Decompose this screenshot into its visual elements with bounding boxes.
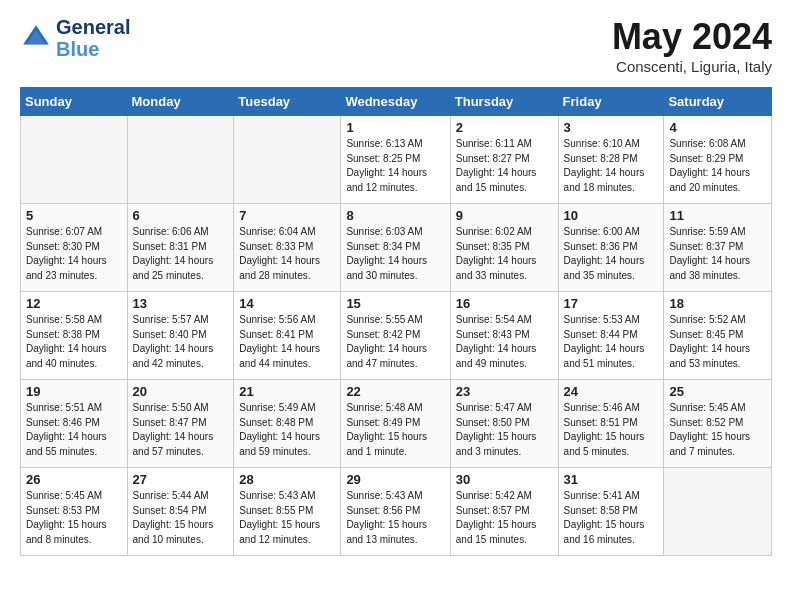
day-info: Sunrise: 5:48 AM Sunset: 8:49 PM Dayligh… [346,401,444,459]
logo-blue: Blue [56,38,130,60]
day-info: Sunrise: 5:50 AM Sunset: 8:47 PM Dayligh… [133,401,229,459]
day-number: 28 [239,472,335,487]
logo: General Blue [20,16,130,60]
day-info: Sunrise: 5:46 AM Sunset: 8:51 PM Dayligh… [564,401,659,459]
day-number: 29 [346,472,444,487]
day-number: 11 [669,208,766,223]
day-info: Sunrise: 5:44 AM Sunset: 8:54 PM Dayligh… [133,489,229,547]
day-info: Sunrise: 5:59 AM Sunset: 8:37 PM Dayligh… [669,225,766,283]
calendar-cell: 16Sunrise: 5:54 AM Sunset: 8:43 PM Dayli… [450,292,558,380]
week-row-2: 5Sunrise: 6:07 AM Sunset: 8:30 PM Daylig… [21,204,772,292]
day-number: 10 [564,208,659,223]
logo-icon [20,22,52,54]
weekday-header-friday: Friday [558,88,664,116]
day-info: Sunrise: 6:03 AM Sunset: 8:34 PM Dayligh… [346,225,444,283]
day-number: 22 [346,384,444,399]
day-info: Sunrise: 6:10 AM Sunset: 8:28 PM Dayligh… [564,137,659,195]
calendar-cell: 19Sunrise: 5:51 AM Sunset: 8:46 PM Dayli… [21,380,128,468]
calendar-cell: 22Sunrise: 5:48 AM Sunset: 8:49 PM Dayli… [341,380,450,468]
calendar-cell: 26Sunrise: 5:45 AM Sunset: 8:53 PM Dayli… [21,468,128,556]
day-info: Sunrise: 6:02 AM Sunset: 8:35 PM Dayligh… [456,225,553,283]
day-number: 15 [346,296,444,311]
day-info: Sunrise: 5:52 AM Sunset: 8:45 PM Dayligh… [669,313,766,371]
day-number: 7 [239,208,335,223]
day-number: 4 [669,120,766,135]
day-number: 5 [26,208,122,223]
day-number: 3 [564,120,659,135]
weekday-header-saturday: Saturday [664,88,772,116]
calendar-cell: 28Sunrise: 5:43 AM Sunset: 8:55 PM Dayli… [234,468,341,556]
calendar-cell: 7Sunrise: 6:04 AM Sunset: 8:33 PM Daylig… [234,204,341,292]
weekday-header-sunday: Sunday [21,88,128,116]
calendar-cell: 25Sunrise: 5:45 AM Sunset: 8:52 PM Dayli… [664,380,772,468]
header: General Blue May 2024 Conscenti, Liguria… [20,16,772,75]
calendar-cell: 10Sunrise: 6:00 AM Sunset: 8:36 PM Dayli… [558,204,664,292]
day-number: 24 [564,384,659,399]
calendar-cell: 8Sunrise: 6:03 AM Sunset: 8:34 PM Daylig… [341,204,450,292]
calendar-cell: 5Sunrise: 6:07 AM Sunset: 8:30 PM Daylig… [21,204,128,292]
week-row-4: 19Sunrise: 5:51 AM Sunset: 8:46 PM Dayli… [21,380,772,468]
day-info: Sunrise: 6:08 AM Sunset: 8:29 PM Dayligh… [669,137,766,195]
day-number: 25 [669,384,766,399]
day-info: Sunrise: 5:47 AM Sunset: 8:50 PM Dayligh… [456,401,553,459]
day-info: Sunrise: 6:00 AM Sunset: 8:36 PM Dayligh… [564,225,659,283]
weekday-header-wednesday: Wednesday [341,88,450,116]
day-info: Sunrise: 5:45 AM Sunset: 8:53 PM Dayligh… [26,489,122,547]
day-number: 1 [346,120,444,135]
day-info: Sunrise: 6:04 AM Sunset: 8:33 PM Dayligh… [239,225,335,283]
day-number: 20 [133,384,229,399]
day-info: Sunrise: 5:55 AM Sunset: 8:42 PM Dayligh… [346,313,444,371]
day-number: 30 [456,472,553,487]
calendar-cell: 12Sunrise: 5:58 AM Sunset: 8:38 PM Dayli… [21,292,128,380]
calendar-cell [127,116,234,204]
calendar-cell: 23Sunrise: 5:47 AM Sunset: 8:50 PM Dayli… [450,380,558,468]
calendar-cell [21,116,128,204]
weekday-header-tuesday: Tuesday [234,88,341,116]
calendar-cell: 30Sunrise: 5:42 AM Sunset: 8:57 PM Dayli… [450,468,558,556]
calendar-cell: 20Sunrise: 5:50 AM Sunset: 8:47 PM Dayli… [127,380,234,468]
day-info: Sunrise: 6:13 AM Sunset: 8:25 PM Dayligh… [346,137,444,195]
calendar-cell: 24Sunrise: 5:46 AM Sunset: 8:51 PM Dayli… [558,380,664,468]
week-row-5: 26Sunrise: 5:45 AM Sunset: 8:53 PM Dayli… [21,468,772,556]
day-number: 27 [133,472,229,487]
calendar-cell: 29Sunrise: 5:43 AM Sunset: 8:56 PM Dayli… [341,468,450,556]
calendar-cell [234,116,341,204]
day-info: Sunrise: 5:58 AM Sunset: 8:38 PM Dayligh… [26,313,122,371]
day-number: 16 [456,296,553,311]
day-number: 6 [133,208,229,223]
calendar-cell: 1Sunrise: 6:13 AM Sunset: 8:25 PM Daylig… [341,116,450,204]
calendar-cell: 6Sunrise: 6:06 AM Sunset: 8:31 PM Daylig… [127,204,234,292]
day-number: 14 [239,296,335,311]
day-number: 17 [564,296,659,311]
day-number: 8 [346,208,444,223]
calendar-cell: 13Sunrise: 5:57 AM Sunset: 8:40 PM Dayli… [127,292,234,380]
day-info: Sunrise: 5:53 AM Sunset: 8:44 PM Dayligh… [564,313,659,371]
day-number: 19 [26,384,122,399]
day-number: 18 [669,296,766,311]
calendar-cell: 15Sunrise: 5:55 AM Sunset: 8:42 PM Dayli… [341,292,450,380]
day-number: 31 [564,472,659,487]
day-info: Sunrise: 5:56 AM Sunset: 8:41 PM Dayligh… [239,313,335,371]
day-info: Sunrise: 5:43 AM Sunset: 8:55 PM Dayligh… [239,489,335,547]
day-info: Sunrise: 6:07 AM Sunset: 8:30 PM Dayligh… [26,225,122,283]
day-info: Sunrise: 5:51 AM Sunset: 8:46 PM Dayligh… [26,401,122,459]
day-info: Sunrise: 6:11 AM Sunset: 8:27 PM Dayligh… [456,137,553,195]
weekday-header-monday: Monday [127,88,234,116]
weekday-header-thursday: Thursday [450,88,558,116]
calendar-cell: 11Sunrise: 5:59 AM Sunset: 8:37 PM Dayli… [664,204,772,292]
day-number: 23 [456,384,553,399]
day-info: Sunrise: 5:43 AM Sunset: 8:56 PM Dayligh… [346,489,444,547]
calendar-cell [664,468,772,556]
day-number: 9 [456,208,553,223]
day-info: Sunrise: 5:54 AM Sunset: 8:43 PM Dayligh… [456,313,553,371]
day-number: 26 [26,472,122,487]
day-number: 13 [133,296,229,311]
page: General Blue May 2024 Conscenti, Liguria… [0,0,792,572]
day-info: Sunrise: 5:57 AM Sunset: 8:40 PM Dayligh… [133,313,229,371]
month-title: May 2024 [612,16,772,58]
calendar-cell: 17Sunrise: 5:53 AM Sunset: 8:44 PM Dayli… [558,292,664,380]
calendar-cell: 4Sunrise: 6:08 AM Sunset: 8:29 PM Daylig… [664,116,772,204]
logo-general: General [56,16,130,38]
day-info: Sunrise: 5:49 AM Sunset: 8:48 PM Dayligh… [239,401,335,459]
calendar-cell: 18Sunrise: 5:52 AM Sunset: 8:45 PM Dayli… [664,292,772,380]
